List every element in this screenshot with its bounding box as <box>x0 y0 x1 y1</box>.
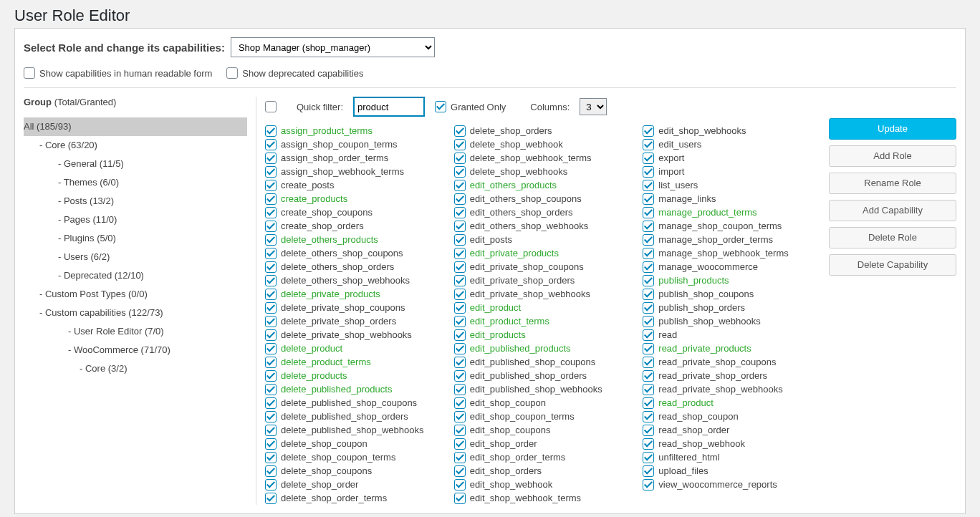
tree-themes[interactable]: - Themes (6/0) <box>58 173 247 192</box>
add-role-button[interactable]: Add Role <box>829 145 956 167</box>
rename-role-button[interactable]: Rename Role <box>829 173 956 194</box>
cap-checkbox[interactable] <box>643 425 654 436</box>
cap-create_posts[interactable]: create_posts <box>265 178 443 192</box>
cap-checkbox[interactable] <box>454 302 466 314</box>
cap-checkbox[interactable] <box>643 289 654 300</box>
tree-posts[interactable]: - Posts (13/2) <box>58 192 247 211</box>
cap-edit_published_shop_webhooks[interactable]: edit_published_shop_webhooks <box>454 382 632 396</box>
cap-checkbox[interactable] <box>265 153 277 164</box>
cap-edit_shop_webhooks[interactable]: edit_shop_webhooks <box>643 124 820 137</box>
cap-checkbox[interactable] <box>265 357 277 368</box>
cap-edit_private_shop_orders[interactable]: edit_private_shop_orders <box>454 274 632 287</box>
cap-checkbox[interactable] <box>643 343 654 354</box>
show-human-checkbox[interactable] <box>24 67 35 79</box>
cap-view_woocommerce_reports[interactable]: view_woocommerce_reports <box>643 478 820 491</box>
cap-edit_private_shop_webhooks[interactable]: edit_private_shop_webhooks <box>454 287 632 301</box>
cap-read_shop_order[interactable]: read_shop_order <box>643 423 820 437</box>
select-all-checkbox[interactable] <box>265 101 277 112</box>
cap-delete_published_products[interactable]: delete_published_products <box>265 382 443 396</box>
cap-edit_private_products[interactable]: edit_private_products <box>454 246 632 260</box>
cap-edit_products[interactable]: edit_products <box>454 328 632 342</box>
update-button[interactable]: Update <box>829 118 956 140</box>
cap-create_products[interactable]: create_products <box>265 192 443 206</box>
cap-edit_private_shop_coupons[interactable]: edit_private_shop_coupons <box>454 260 632 274</box>
cap-edit_others_shop_orders[interactable]: edit_others_shop_orders <box>454 206 632 219</box>
cap-edit_shop_webhook_terms[interactable]: edit_shop_webhook_terms <box>454 491 632 505</box>
delete-capability-button[interactable]: Delete Capability <box>829 254 956 276</box>
cap-checkbox[interactable] <box>265 180 277 191</box>
cap-checkbox[interactable] <box>454 125 466 137</box>
cap-checkbox[interactable] <box>643 221 654 232</box>
cap-checkbox[interactable] <box>454 411 466 422</box>
cap-checkbox[interactable] <box>643 357 654 368</box>
delete-role-button[interactable]: Delete Role <box>829 227 956 248</box>
cap-edit_shop_coupon[interactable]: edit_shop_coupon <box>454 396 632 410</box>
cap-edit_product[interactable]: edit_product <box>454 301 632 314</box>
cap-publish_shop_orders[interactable]: publish_shop_orders <box>643 301 820 314</box>
tree-ure[interactable]: - User Role Editor (7/0) <box>68 322 247 341</box>
tree-deprecated[interactable]: - Deprecated (12/10) <box>58 266 247 285</box>
cap-delete_private_products[interactable]: delete_private_products <box>265 287 443 301</box>
cap-checkbox[interactable] <box>643 153 654 164</box>
role-select[interactable]: Shop Manager (shop_manager) <box>231 37 435 57</box>
cap-checkbox[interactable] <box>265 425 277 436</box>
cap-checkbox[interactable] <box>454 234 466 246</box>
show-deprecated-checkbox[interactable] <box>226 67 238 79</box>
cap-checkbox[interactable] <box>454 479 466 491</box>
cap-edit_published_shop_coupons[interactable]: edit_published_shop_coupons <box>454 355 632 369</box>
cap-delete_product[interactable]: delete_product <box>265 342 443 355</box>
cap-checkbox[interactable] <box>643 261 654 273</box>
cap-read[interactable]: read <box>643 328 820 342</box>
cap-edit_published_products[interactable]: edit_published_products <box>454 342 632 355</box>
cap-export[interactable]: export <box>643 151 820 165</box>
cap-delete_shop_order[interactable]: delete_shop_order <box>265 478 443 491</box>
cap-checkbox[interactable] <box>265 411 277 422</box>
cap-checkbox[interactable] <box>265 329 277 341</box>
cap-edit_shop_orders[interactable]: edit_shop_orders <box>454 464 632 478</box>
cap-read_shop_webhook[interactable]: read_shop_webhook <box>643 437 820 450</box>
cap-checkbox[interactable] <box>454 221 466 232</box>
cap-checkbox[interactable] <box>265 139 277 150</box>
cap-delete_private_shop_coupons[interactable]: delete_private_shop_coupons <box>265 301 443 314</box>
cap-checkbox[interactable] <box>265 275 277 286</box>
cap-delete_shop_coupon_terms[interactable]: delete_shop_coupon_terms <box>265 450 443 464</box>
cap-edit_others_products[interactable]: edit_others_products <box>454 178 632 192</box>
cap-checkbox[interactable] <box>454 261 466 273</box>
cap-delete_shop_webhooks[interactable]: delete_shop_webhooks <box>454 165 632 178</box>
cap-read_private_shop_coupons[interactable]: read_private_shop_coupons <box>643 355 820 369</box>
cap-edit_others_shop_coupons[interactable]: edit_others_shop_coupons <box>454 192 632 206</box>
cap-checkbox[interactable] <box>454 139 466 150</box>
cap-create_shop_coupons[interactable]: create_shop_coupons <box>265 206 443 219</box>
cap-delete_published_shop_orders[interactable]: delete_published_shop_orders <box>265 410 443 423</box>
cap-checkbox[interactable] <box>643 479 654 491</box>
cap-checkbox[interactable] <box>643 438 654 450</box>
cap-delete_published_shop_webhooks[interactable]: delete_published_shop_webhooks <box>265 423 443 437</box>
cap-checkbox[interactable] <box>643 316 654 327</box>
cap-assign_shop_coupon_terms[interactable]: assign_shop_coupon_terms <box>265 137 443 151</box>
cap-checkbox[interactable] <box>265 316 277 327</box>
show-human-checkbox-label[interactable]: Show capabilities in human readable form <box>24 67 212 79</box>
cap-checkbox[interactable] <box>454 438 466 450</box>
tree-all[interactable]: All (185/93) <box>24 117 247 136</box>
tree-plugins[interactable]: - Plugins (5/0) <box>58 229 247 248</box>
cap-checkbox[interactable] <box>265 479 277 491</box>
cap-checkbox[interactable] <box>265 438 277 450</box>
cap-checkbox[interactable] <box>643 384 654 395</box>
cap-checkbox[interactable] <box>643 329 654 341</box>
cap-checkbox[interactable] <box>454 384 466 395</box>
show-deprecated-checkbox-label[interactable]: Show deprecated capabilities <box>226 67 363 79</box>
cap-checkbox[interactable] <box>265 234 277 246</box>
cap-manage_shop_webhook_terms[interactable]: manage_shop_webhook_terms <box>643 246 820 260</box>
cap-delete_shop_orders[interactable]: delete_shop_orders <box>454 124 632 137</box>
cap-edit_others_shop_webhooks[interactable]: edit_others_shop_webhooks <box>454 219 632 233</box>
granted-only-checkbox[interactable] <box>435 101 446 112</box>
cap-checkbox[interactable] <box>454 465 466 477</box>
cap-unfiltered_html[interactable]: unfiltered_html <box>643 450 820 464</box>
cap-checkbox[interactable] <box>454 180 466 191</box>
cap-delete_shop_webhook_terms[interactable]: delete_shop_webhook_terms <box>454 151 632 165</box>
cap-checkbox[interactable] <box>265 302 277 314</box>
cap-import[interactable]: import <box>643 165 820 178</box>
cap-checkbox[interactable] <box>643 180 654 191</box>
columns-select[interactable]: 3 <box>580 98 607 115</box>
cap-checkbox[interactable] <box>265 370 277 382</box>
